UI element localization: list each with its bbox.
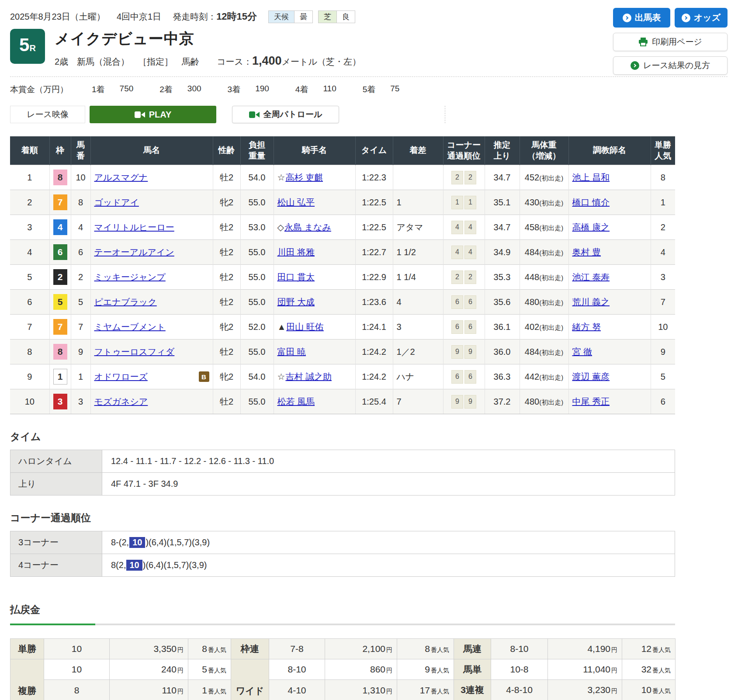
horse-name-link[interactable]: オドワローズ bbox=[94, 371, 148, 383]
cell-horse-name: アルスマグナ bbox=[90, 165, 213, 190]
horse-name-link[interactable]: フトゥーロスフィダ bbox=[94, 346, 175, 358]
cell-time: 1:22.3 bbox=[355, 165, 393, 190]
cell-jockey: 富田 暁 bbox=[274, 340, 355, 364]
patrol-video-button[interactable]: 全周パトロール bbox=[232, 106, 339, 123]
payout-bet-type: ワイド bbox=[231, 659, 269, 700]
payout-popularity: 12番人気 bbox=[622, 639, 676, 659]
result-guide-button[interactable]: レース結果の見方 bbox=[613, 56, 728, 75]
results-column-header: 枠 bbox=[49, 136, 71, 165]
cell-win-popularity: 10 bbox=[651, 315, 675, 340]
horse-name-link[interactable]: ピエナブラック bbox=[94, 296, 157, 308]
corner-row: 4コーナー8(2,10)(6,4)(1,5,7)(3,9) bbox=[10, 554, 675, 577]
corner-order-boxes: 44 bbox=[447, 246, 481, 259]
race-conditions: 2歳 新馬（混合） ［指定］ 馬齢 bbox=[55, 56, 199, 68]
turf-condition-badge: 芝 良 bbox=[318, 10, 355, 23]
trainer-name-link[interactable]: 緒方 努 bbox=[572, 322, 601, 332]
prize-place: 1着 bbox=[92, 84, 105, 95]
result-guide-label: レース結果の見方 bbox=[643, 60, 710, 71]
corner-order-boxes: 99 bbox=[447, 395, 481, 409]
jockey-name-link[interactable]: 川田 将雅 bbox=[277, 247, 315, 257]
odds-button[interactable]: オッズ bbox=[675, 8, 728, 28]
horse-name-link[interactable]: テーオーアルアイン bbox=[94, 246, 174, 258]
cell-corner-order: 44 bbox=[443, 240, 485, 265]
payout-table: 単勝103,350円8番人気枠連7-82,100円8番人気馬連8-104,190… bbox=[10, 638, 676, 700]
jockey-name-link[interactable]: 高杉 吏麒 bbox=[285, 173, 323, 182]
payout-row: 複勝10240円5番人気ワイド8-10860円9番人気馬単10-811,040円… bbox=[10, 659, 676, 680]
jockey-name-link[interactable]: 富田 暁 bbox=[277, 347, 306, 357]
payout-popularity-value: 1 bbox=[202, 685, 207, 695]
corner-order-boxes: 11 bbox=[447, 196, 481, 209]
frame-number-badge: 1 bbox=[53, 369, 67, 385]
cell-carried-weight: 55.0 bbox=[240, 389, 274, 414]
corner-position-box: 2 bbox=[451, 171, 463, 184]
payout-popularity-value: 8 bbox=[425, 644, 430, 654]
turf-value: 良 bbox=[337, 10, 355, 23]
payout-section-title: 払戻金 bbox=[10, 603, 728, 617]
cell-frame: 8 bbox=[49, 165, 71, 190]
cell-horse-name: ミッキージャンプ bbox=[90, 265, 213, 290]
play-button[interactable]: PLAY bbox=[90, 106, 216, 123]
trainer-name-link[interactable]: 池上 昌和 bbox=[572, 173, 610, 182]
cell-last-3f: 34.9 bbox=[485, 240, 520, 265]
time-row-value: 4F 47.1 - 3F 34.9 bbox=[102, 473, 675, 496]
corner-position-box: 1 bbox=[451, 196, 463, 209]
payout-bet-type: 複勝 bbox=[10, 659, 44, 700]
horse-name-link[interactable]: ゴッドアイ bbox=[94, 197, 139, 208]
horse-name-link[interactable]: ミッキージャンプ bbox=[94, 271, 166, 283]
jockey-name-link[interactable]: 永島 まなみ bbox=[284, 222, 331, 232]
horse-weight-note: (初出走) bbox=[539, 349, 563, 356]
race-conditions-row: 2歳 新馬（混合） ［指定］ 馬齢 コース： 1,400 メートル（芝・左） bbox=[55, 54, 361, 68]
trainer-name-link[interactable]: 中尾 秀正 bbox=[572, 397, 610, 406]
trainer-name-link[interactable]: 高橋 康之 bbox=[572, 222, 610, 232]
prize-amount: 750 bbox=[120, 84, 134, 95]
horse-weight-note: (初出走) bbox=[539, 374, 563, 381]
cell-frame: 2 bbox=[49, 265, 71, 290]
dashed-divider bbox=[445, 106, 445, 123]
payout-popularity-value: 10 bbox=[641, 685, 651, 695]
trainer-name-link[interactable]: 奥村 豊 bbox=[572, 247, 601, 257]
trainer-name-link[interactable]: 宮 徹 bbox=[572, 347, 592, 357]
prize-amount: 75 bbox=[390, 84, 399, 95]
horse-name-link[interactable]: アルスマグナ bbox=[94, 172, 148, 184]
horse-name-link[interactable]: ミヤムーブメント bbox=[94, 321, 166, 333]
corner-position-box: 9 bbox=[451, 395, 463, 409]
horse-name-wrap: マイリトルヒーロー bbox=[94, 222, 209, 233]
turf-label: 芝 bbox=[318, 10, 337, 23]
payout-popularity: 9番人気 bbox=[397, 659, 454, 680]
results-column-header: 馬名 bbox=[90, 136, 213, 165]
payout-bet-type: 馬単 bbox=[454, 659, 491, 680]
frame-number-badge: 6 bbox=[53, 244, 67, 260]
trainer-name-link[interactable]: 池江 泰寿 bbox=[572, 272, 610, 282]
print-page-button[interactable]: 印刷用ページ bbox=[613, 33, 728, 51]
payout-popularity-value: 17 bbox=[420, 685, 430, 695]
trainer-name-link[interactable]: 橋口 慎介 bbox=[572, 198, 610, 207]
jockey-name-link[interactable]: 田山 旺佑 bbox=[286, 322, 324, 332]
trainer-name-link[interactable]: 荒川 義之 bbox=[572, 297, 610, 307]
payout-amount-value: 860 bbox=[370, 664, 385, 674]
cell-jockey: 松若 風馬 bbox=[274, 389, 355, 414]
cell-horse-weight: 458(初出走) bbox=[520, 215, 568, 240]
horse-name-link[interactable]: モズガネシア bbox=[94, 396, 148, 408]
jockey-name-link[interactable]: 松山 弘平 bbox=[277, 198, 315, 207]
frame-number-badge: 2 bbox=[53, 269, 67, 285]
trainer-name-link[interactable]: 渡辺 薫彦 bbox=[572, 372, 610, 381]
jockey-name-link[interactable]: 田口 貫太 bbox=[277, 272, 315, 282]
payout-amount: 3,350円 bbox=[110, 639, 188, 659]
payout-amount: 860円 bbox=[325, 659, 397, 680]
jockey-name-link[interactable]: 団野 大成 bbox=[277, 297, 315, 307]
horse-weight-value: 480 bbox=[525, 397, 539, 406]
horse-name-wrap: オドワローズB bbox=[94, 371, 209, 383]
jockey-name-link[interactable]: 吉村 誠之助 bbox=[285, 372, 332, 381]
payout-combination: 4-10 bbox=[269, 680, 325, 700]
cell-finish-position: 6 bbox=[10, 290, 49, 315]
cell-trainer: 池江 泰寿 bbox=[568, 265, 651, 290]
jockey-name-link[interactable]: 松若 風馬 bbox=[277, 397, 315, 406]
payout-popularity-value: 12 bbox=[641, 644, 651, 654]
popularity-suffix: 番人気 bbox=[652, 687, 671, 694]
horse-name-link[interactable]: マイリトルヒーロー bbox=[94, 222, 174, 233]
shutuba-button[interactable]: 出馬表 bbox=[613, 8, 670, 28]
prize-place: 4着 bbox=[295, 84, 308, 95]
cell-win-popularity: 5 bbox=[651, 364, 675, 389]
horse-weight-value: 484 bbox=[525, 247, 539, 257]
prize-item: 5着75 bbox=[363, 84, 400, 95]
